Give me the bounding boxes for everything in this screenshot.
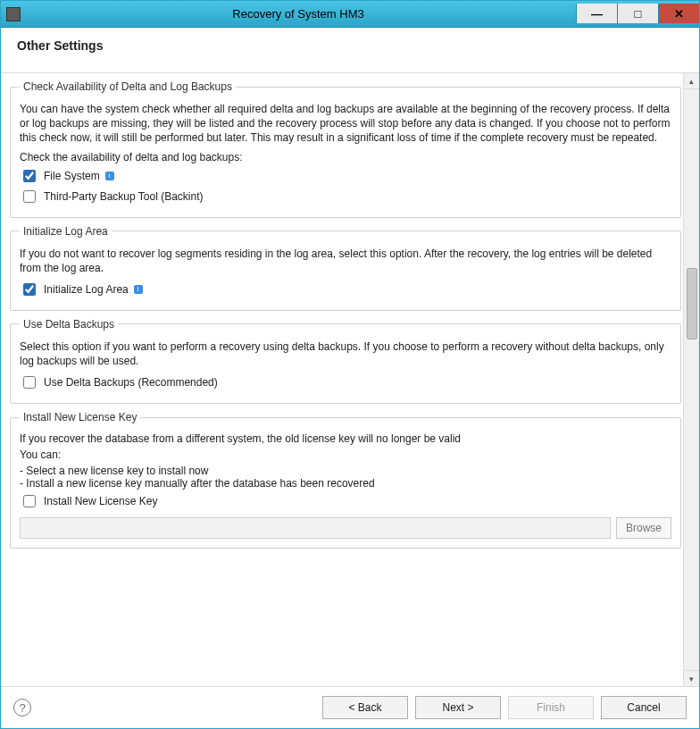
checkbox-row-file-system[interactable]: File System i: [20, 167, 671, 185]
window-title: Recovery of System HM3: [21, 7, 576, 21]
scroll-down-icon[interactable]: ▾: [684, 670, 699, 686]
group-legend: Check Availability of Delta and Log Back…: [20, 80, 236, 93]
group-description: You can have the system check whether al…: [20, 102, 671, 146]
app-icon: [6, 7, 21, 21]
titlebar: Recovery of System HM3 — □ ✕: [1, 1, 699, 28]
group-check-availability: Check Availability of Delta and Log Back…: [10, 80, 681, 218]
init-log-label: Initialize Log Area: [44, 283, 129, 296]
file-system-checkbox[interactable]: [23, 170, 36, 182]
close-icon: ✕: [674, 7, 684, 21]
group-legend: Initialize Log Area: [20, 225, 112, 238]
next-button[interactable]: Next >: [415, 696, 501, 719]
init-log-checkbox[interactable]: [23, 283, 36, 296]
delta-checkbox[interactable]: [23, 376, 36, 389]
scroll-thumb[interactable]: [687, 268, 697, 339]
footer-bar: ? < Back Next > Finish Cancel: [1, 686, 699, 728]
check-avail-sublabel: Check the availability of delta and log …: [20, 151, 671, 163]
close-button[interactable]: ✕: [658, 4, 699, 23]
window-controls: — □ ✕: [576, 4, 699, 23]
license-line1: If you recover the database from a diffe…: [20, 432, 671, 445]
page-title: Other Settings: [17, 38, 683, 53]
group-initialize-log: Initialize Log Area If you do not want t…: [10, 225, 681, 311]
checkbox-row-license[interactable]: Install New License Key: [20, 492, 671, 510]
info-icon[interactable]: i: [105, 172, 114, 180]
license-bullets: Select a new license key to install now …: [20, 465, 671, 490]
group-delta-backups: Use Delta Backups Select this option if …: [10, 318, 681, 404]
page-header: Other Settings: [1, 28, 699, 73]
group-legend: Install New License Key: [20, 411, 140, 423]
info-icon[interactable]: i: [134, 285, 143, 294]
license-checkbox-label: Install New License Key: [44, 495, 157, 507]
group-license-key: Install New License Key If you recover t…: [10, 411, 681, 549]
checkbox-row-thirdparty[interactable]: Third-Party Backup Tool (Backint): [20, 188, 671, 205]
license-line2: You can:: [20, 448, 671, 461]
group-description: Select this option if you want to perfor…: [20, 339, 671, 368]
license-path-row: Browse: [20, 517, 671, 539]
group-legend: Use Delta Backups: [20, 318, 118, 331]
thirdparty-label: Third-Party Backup Tool (Backint): [44, 190, 204, 203]
checkbox-row-delta[interactable]: Use Delta Backups (Recommended): [20, 373, 671, 391]
delta-label: Use Delta Backups (Recommended): [44, 376, 218, 389]
license-bullet-2: Install a new license key manually after…: [20, 477, 671, 490]
group-description: If you do not want to recover log segmen…: [20, 247, 671, 275]
checkbox-row-init-log[interactable]: Initialize Log Area i: [20, 281, 671, 298]
back-button[interactable]: < Back: [322, 696, 408, 719]
window-root: Recovery of System HM3 — □ ✕ Other Setti…: [1, 1, 699, 728]
thirdparty-checkbox[interactable]: [23, 190, 36, 203]
content-column: Check Availability of Delta and Log Back…: [1, 73, 683, 686]
maximize-icon: □: [635, 7, 642, 21]
license-path-input[interactable]: [20, 517, 611, 539]
minimize-button[interactable]: —: [576, 4, 617, 23]
body-area: Check Availability of Delta and Log Back…: [1, 73, 699, 686]
cancel-button[interactable]: Cancel: [601, 696, 687, 719]
license-bullet-1: Select a new license key to install now: [20, 465, 671, 477]
license-checkbox[interactable]: [23, 495, 36, 507]
file-system-label: File System: [44, 170, 100, 182]
scroll-up-icon[interactable]: ▴: [684, 73, 699, 89]
maximize-button[interactable]: □: [617, 4, 658, 23]
browse-button[interactable]: Browse: [616, 517, 671, 539]
help-icon[interactable]: ?: [13, 699, 31, 716]
minimize-icon: —: [591, 7, 603, 21]
finish-button[interactable]: Finish: [508, 696, 594, 719]
vertical-scrollbar[interactable]: ▴ ▾: [683, 73, 699, 686]
